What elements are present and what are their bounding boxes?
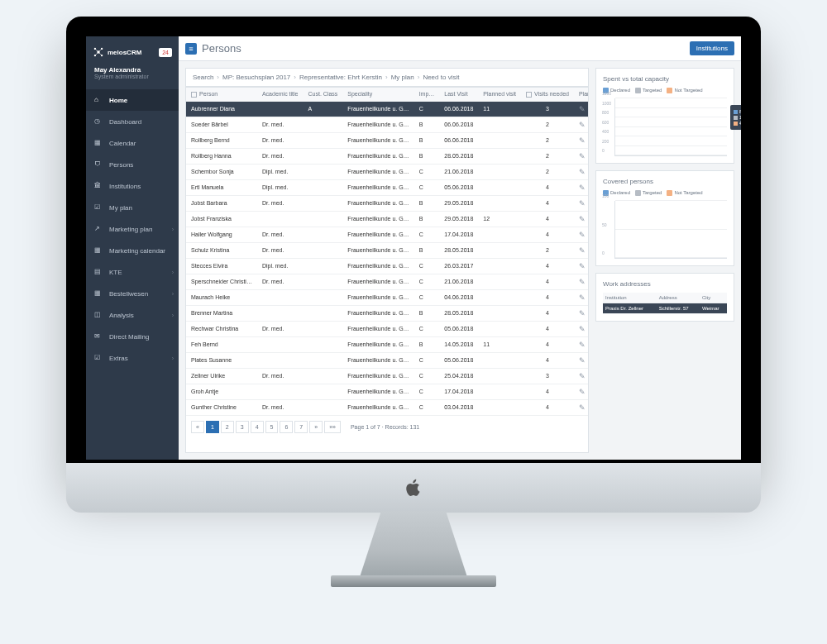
edit-icon[interactable]: ✎	[579, 278, 586, 286]
edit-icon[interactable]: ✎	[579, 388, 586, 396]
breadcrumb-segment[interactable]: Need to visit	[423, 74, 459, 81]
edit-icon[interactable]: ✎	[579, 325, 586, 333]
edit-icon[interactable]: ✎	[579, 199, 586, 208]
column-header[interactable]: Plan	[574, 88, 589, 101]
table-row[interactable]: Soeder BärbelDr. med.Frauenheilkunde u. …	[186, 117, 589, 132]
main-content: ≡ Persons Institutions Search›MP: Besuch…	[179, 36, 741, 460]
sidebar-item-label: Dashboard	[109, 118, 141, 126]
checkbox-icon[interactable]	[191, 92, 197, 98]
page-button[interactable]: 7	[294, 421, 308, 433]
edit-icon[interactable]: ✎	[579, 215, 586, 223]
edit-icon[interactable]: ✎	[579, 356, 586, 365]
page-button[interactable]: 5	[265, 421, 279, 433]
chevron-right-icon: ›	[172, 270, 174, 275]
table-row[interactable]: Stecces ElviraDipl. med.Frauenheilkunde …	[186, 258, 589, 274]
table-row[interactable]: Jobst FranziskaFrauenheilkunde u. G…B29.…	[186, 211, 589, 227]
sidebar-item-dashboard[interactable]: ◷Dashboard	[86, 111, 179, 132]
page-button[interactable]: 1	[206, 421, 219, 433]
table-row[interactable]: Schulz KristinaDr. med.Frauenheilkunde u…	[186, 242, 589, 258]
table-row[interactable]: Zellner UlrikeDr. med.Frauenheilkunde u.…	[186, 368, 589, 384]
column-header[interactable]: Person	[186, 88, 257, 101]
table-row[interactable]: Schembor SonjaDipl. med.Frauenheilkunde …	[186, 164, 589, 179]
chevron-right-icon: ›	[172, 312, 174, 318]
hamburger-icon[interactable]: ≡	[185, 43, 197, 55]
page-button[interactable]: 3	[236, 421, 249, 433]
chart2-title: Covered persons	[603, 178, 727, 185]
edit-icon[interactable]: ✎	[579, 372, 586, 380]
nav-icon: ☑	[94, 354, 103, 362]
edit-icon[interactable]: ✎	[579, 231, 586, 239]
edit-icon[interactable]: ✎	[579, 341, 586, 349]
breadcrumb-segment[interactable]: Search	[193, 74, 213, 81]
sidebar: melosCRM 24 May Alexandra System adminis…	[86, 36, 179, 460]
pager-info: Page 1 of 7 · Records: 131	[351, 424, 419, 430]
edit-icon[interactable]: ✎	[579, 262, 586, 270]
edit-icon[interactable]: ✎	[579, 184, 586, 192]
table-row[interactable]: Brenner MartinaFrauenheilkunde u. G…B28.…	[186, 305, 589, 321]
edit-icon[interactable]: ✎	[579, 105, 586, 113]
date-badge[interactable]: 24	[159, 48, 172, 57]
page-button[interactable]: »»	[324, 421, 341, 433]
sidebar-item-kte[interactable]: ▤KTE›	[86, 261, 179, 283]
sidebar-item-label: Persons	[109, 161, 133, 169]
sidebar-item-direct-mailing[interactable]: ✉Direct Mailing	[86, 326, 179, 347]
table-row[interactable]: Plates SusanneFrauenheilkunde u. G…C05.0…	[186, 352, 589, 368]
edit-icon[interactable]: ✎	[579, 293, 586, 302]
column-header[interactable]: Visits needed	[521, 88, 574, 101]
sidebar-item-label: Calendar	[109, 140, 136, 147]
column-header[interactable]: Cust. Class	[304, 88, 343, 101]
table-row[interactable]: Rollberg BerndDr. med.Frauenheilkunde u.…	[186, 132, 589, 148]
sidebar-item-calendar[interactable]: ▦Calendar	[86, 132, 179, 154]
page-button[interactable]: 2	[221, 421, 234, 433]
sidebar-item-marketing-calendar[interactable]: ▦Marketing calendar	[86, 240, 179, 261]
table-row[interactable]: Groh AntjeFrauenheilkunde u. G…C17.04.20…	[186, 384, 589, 399]
checkbox-icon[interactable]	[526, 92, 532, 98]
sidebar-item-home[interactable]: ⌂Home	[86, 89, 179, 111]
sidebar-item-label: KTE	[109, 269, 122, 276]
sidebar-item-extras[interactable]: ☑Extras›	[86, 347, 179, 369]
breadcrumb-segment[interactable]: MP: Besuchsplan 2017	[222, 74, 290, 81]
table-row[interactable]: Jobst BarbaraDr. med.Frauenheilkunde u. …	[186, 195, 589, 211]
edit-icon[interactable]: ✎	[579, 136, 586, 145]
table-row[interactable]: Feh BerndFrauenheilkunde u. G…B14.05.201…	[186, 336, 589, 352]
table-row[interactable]: Maurach HeikeFrauenheilkunde u. G…C04.06…	[186, 289, 589, 305]
addr-col: Institution	[603, 293, 657, 303]
table-row[interactable]: Rollberg HannaDr. med.Frauenheilkunde u.…	[186, 148, 589, 164]
address-row[interactable]: Praxis Dr. ZellnerSchillerstr. 57Weimar	[603, 303, 727, 314]
page-button[interactable]: »	[309, 421, 323, 433]
sidebar-item-marketing-plan[interactable]: ↗Marketing plan›	[86, 218, 179, 240]
column-header[interactable]: Planned visit	[478, 88, 521, 101]
table-row[interactable]: Ertl ManuelaDipl. med.Frauenheilkunde u.…	[186, 179, 589, 195]
column-header[interactable]: Last Visit	[439, 88, 478, 101]
table-row[interactable]: Haller WolfgangDr. med.Frauenheilkunde u…	[186, 227, 589, 242]
column-header[interactable]: Academic title	[257, 88, 304, 101]
table-row[interactable]: Gunther ChristineDr. med.Frauenheilkunde…	[186, 399, 589, 415]
table-row[interactable]: Rechwar ChristinaDr. med.Frauenheilkunde…	[186, 321, 589, 336]
breadcrumb-segment[interactable]: My plan	[391, 74, 414, 81]
edit-icon[interactable]: ✎	[579, 168, 586, 176]
edit-icon[interactable]: ✎	[579, 309, 586, 317]
edit-icon[interactable]: ✎	[579, 403, 586, 412]
sidebar-item-bestellwesen[interactable]: ▦Bestellwesen›	[86, 283, 179, 304]
legend-item: Not Targeted	[667, 190, 702, 196]
sidebar-item-institutions[interactable]: 🏛Institutions	[86, 175, 179, 197]
sidebar-item-analysis[interactable]: ◫Analysis›	[86, 304, 179, 326]
chart-panel-capacity: Spent vs total capacity DeclaredTargeted…	[595, 68, 734, 164]
edit-icon[interactable]: ✎	[579, 121, 586, 129]
column-header[interactable]: Imp…	[414, 88, 440, 101]
page-button[interactable]: 6	[280, 421, 293, 433]
table-row[interactable]: Sperschneider Christi…Dr. med.Frauenheil…	[186, 274, 589, 289]
sidebar-item-persons[interactable]: ⛉Persons	[86, 154, 179, 175]
edit-icon[interactable]: ✎	[579, 152, 586, 160]
addresses-panel: Work addresses InstitutionAddressCity Pr…	[595, 273, 734, 322]
page-button[interactable]: 4	[251, 421, 264, 433]
edit-icon[interactable]: ✎	[579, 246, 586, 255]
page-button[interactable]: «	[191, 421, 204, 433]
sidebar-item-my-plan[interactable]: ☑My plan	[86, 197, 179, 218]
breadcrumb-segment[interactable]: Representative: Ehrt Kerstin	[299, 74, 382, 81]
institutions-button[interactable]: Institutions	[690, 41, 734, 55]
table-row[interactable]: Aubrenner DianaAFrauenheilkunde u. G…C06…	[186, 101, 589, 117]
nav-icon: ☑	[94, 203, 103, 212]
app-logo: melosCRM	[93, 46, 141, 58]
column-header[interactable]: Speciality	[342, 88, 414, 101]
